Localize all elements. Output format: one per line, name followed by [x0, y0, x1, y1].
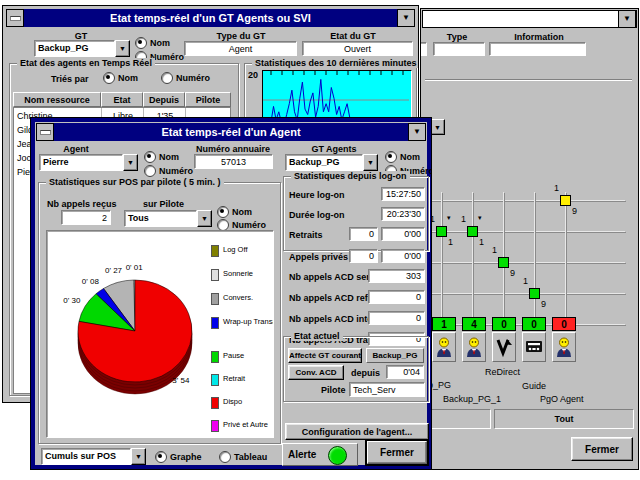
legend-label: Dispo	[223, 397, 242, 409]
gt-name-label: Guide	[522, 381, 546, 391]
acd-row-label: Nb appels ACD refusés	[289, 293, 388, 303]
legend-swatch	[211, 293, 219, 305]
maximize-button[interactable]: ▼	[408, 123, 426, 141]
fermer-button-gt-overview[interactable]: Fermer	[571, 437, 633, 461]
acd-row-value: 0	[368, 311, 425, 325]
pie-chart-panel: 0' 010' 270' 080' 303' 54 Log OffSonneri…	[46, 230, 274, 438]
conv-acd-button[interactable]: Conv. ACD	[288, 365, 344, 380]
window-gt-overview: ▼ Type Information ▼ 1▾11▾1191919 14000 …	[420, 8, 639, 470]
gt-name-label: Backup_PG_1	[443, 394, 501, 404]
statusbar-segment-left	[423, 409, 491, 429]
legend-item-log-off: Log Off	[211, 245, 271, 257]
legend-item-priv-et-autre: Privé et Autre	[211, 420, 271, 432]
gt-name-label: PgO Agent	[540, 394, 584, 404]
legend-swatch	[211, 374, 219, 386]
window-agent-detail: Etat temps-réel d'un Agent ▼ Agent Pierr…	[30, 117, 432, 470]
pilote-value: Tech_Serv	[349, 382, 425, 397]
sur-pilote-combo[interactable]: Tous▼	[124, 210, 212, 227]
acd-row-value: 303	[368, 269, 425, 283]
legend-item-wrap-up-transaction: Wrap-up Transaction	[211, 317, 271, 329]
sur-pilote-label: sur Pilote	[143, 199, 184, 209]
acd-row-label: Nb appels ACD interceptés	[289, 314, 404, 324]
numero-annuaire-label: Numéro annuaire	[183, 144, 283, 154]
heure-logon-label: Heure log-on	[289, 190, 345, 200]
combo-arrow-icon[interactable]: ▼	[197, 210, 212, 227]
legend-label: Retrait	[223, 374, 245, 386]
pie-value-label: 0' 27	[105, 266, 123, 275]
legend-label: Pause	[223, 351, 244, 363]
statusbar-segment-tout: Tout	[494, 409, 634, 429]
pie-value-label: 3' 54	[172, 376, 190, 385]
legend-swatch	[211, 245, 219, 257]
appels-prives-duration: 0'00	[381, 249, 425, 263]
legend-label: Log Off	[223, 245, 247, 257]
pie-value-label: 0' 30	[63, 296, 81, 305]
legend-label: Convers.	[223, 293, 253, 305]
legend-item-retrait: Retrait	[211, 374, 271, 386]
fermer-button-agent[interactable]: Fermer	[365, 439, 429, 466]
affecte-gt-value: Backup_PG	[366, 348, 424, 363]
combo-arrow-icon[interactable]: ▼	[131, 448, 146, 465]
table-header-pilote[interactable]: Pilote	[185, 92, 231, 107]
ymax-tick-label: 20	[248, 70, 258, 80]
acd-row-value: 0	[368, 290, 425, 304]
pie-value-label: 0' 08	[82, 277, 100, 286]
alerte-label: Alerte	[288, 449, 316, 460]
pie-value-label: 0' 01	[126, 263, 144, 272]
radio-gtagents-nom[interactable]: Nom	[385, 151, 420, 163]
depuis-label: depuis	[351, 368, 380, 378]
window-title: Etat temps-réel d'un Agent	[54, 126, 408, 138]
affecte-gt-courant-button[interactable]: Affecté GT courant	[288, 348, 362, 363]
duree-logon-value: 20:23'30	[381, 207, 425, 221]
acd-row-label: Nb appels ACD servis	[289, 272, 382, 282]
gt-name-labels: ReDirectBackup_PGGuideBackup_PG_1PgO Age…	[421, 9, 638, 469]
agent-combo[interactable]: Pierre▼	[39, 154, 138, 171]
retraits-label: Retraits	[289, 230, 323, 240]
legend-swatch	[211, 351, 219, 363]
gt-name-label: ReDirect	[485, 367, 520, 377]
legend-label: Sonnerie	[223, 269, 253, 281]
legend-swatch	[211, 397, 219, 409]
alerte-status-light	[328, 446, 347, 465]
retraits-duration: 0'00	[381, 227, 425, 241]
table-header-nom-ressource[interactable]: Nom ressource	[13, 92, 101, 107]
appels-prives-count: 0	[349, 249, 378, 263]
nb-appels-recus-value: 2	[61, 210, 111, 225]
pie-legend: Log OffSonnerieConvers.Wrap-up Transacti…	[211, 241, 273, 437]
legend-item-pause: Pause	[211, 351, 271, 363]
radio-agent-nom[interactable]: Nom	[144, 151, 179, 163]
titlebar-agent-detail[interactable]: Etat temps-réel d'un Agent ▼	[36, 123, 426, 141]
heure-logon-value: 15:27:50	[381, 187, 425, 201]
system-menu-button[interactable]	[36, 123, 54, 141]
configuration-agent-button[interactable]: Configuration de l'agent...	[285, 423, 429, 440]
gt-agents-label: GT Agents	[289, 144, 379, 154]
tout-label: Tout	[555, 414, 574, 424]
radio-graphe[interactable]: Graphe	[155, 451, 202, 463]
radio-agent-numero[interactable]: Numéro	[144, 165, 193, 177]
gt-agents-combo[interactable]: Backup_PG▼	[285, 154, 378, 171]
legend-item-sonnerie: Sonnerie	[211, 269, 271, 281]
legend-label: Wrap-up Transaction	[223, 317, 274, 329]
legend-swatch	[211, 420, 219, 432]
duree-logon-label: Durée log-on	[289, 210, 345, 220]
table-header-etat[interactable]: Etat	[101, 92, 143, 107]
legend-item-dispo: Dispo	[211, 397, 271, 409]
radio-pilote-nom[interactable]: Nom	[217, 206, 252, 218]
pilote-label: Pilote	[321, 385, 346, 395]
numero-annuaire-value: 57013	[194, 154, 273, 169]
retraits-count: 0	[349, 227, 378, 241]
radio-tableau[interactable]: Tableau	[219, 451, 267, 463]
legend-item-convers-: Convers.	[211, 293, 271, 305]
table-header-depuis[interactable]: Depuis	[143, 92, 185, 107]
legend-swatch	[211, 269, 219, 281]
cumuls-combo[interactable]: Cumuls sur POS▼	[41, 448, 146, 465]
nb-appels-recus-label: Nb appels reçus	[47, 199, 117, 209]
combo-arrow-icon[interactable]: ▼	[123, 154, 138, 171]
chevron-down-icon: ▼	[413, 128, 421, 136]
combo-arrow-icon[interactable]: ▼	[363, 154, 378, 171]
appels-prives-label: Appels privés	[289, 252, 348, 262]
agent-label: Agent	[41, 144, 111, 154]
legend-swatch	[211, 317, 219, 329]
depuis-value: 0'04	[386, 365, 424, 379]
system-menu-icon	[40, 130, 51, 135]
